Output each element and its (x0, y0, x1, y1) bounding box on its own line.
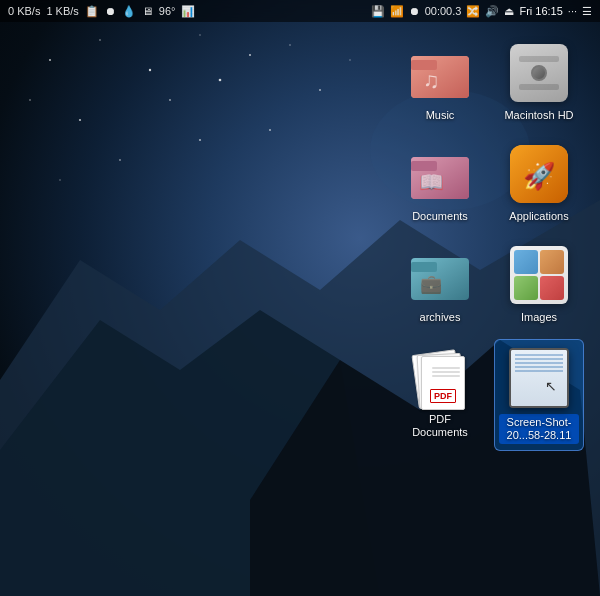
more-icon[interactable]: ··· (568, 5, 577, 17)
apps-graphic: 🚀 (510, 145, 568, 203)
img-cell-4 (540, 276, 564, 300)
clipboard-icon[interactable]: 📋 (85, 5, 99, 18)
music-folder-label: Music (426, 109, 455, 122)
pdf-documents-icon[interactable]: PDF PDF Documents (395, 339, 485, 451)
pdf-lines-top (432, 367, 460, 379)
applications-label: Applications (509, 210, 568, 223)
pdf-line-c (432, 375, 460, 377)
pdf-line-a (432, 367, 460, 369)
sc-cursor: ↖ (545, 378, 557, 394)
macintosh-hd-icon[interactable]: Macintosh HD (494, 35, 584, 128)
sc-line-4 (515, 366, 563, 368)
menu-bar: 0 KB/s 1 KB/s 📋 ⏺ 💧 🖥 96° 📊 💾 📶 ⏺ 00:00.… (0, 0, 600, 22)
screenshot-graphic: ↖ (507, 346, 571, 410)
screenshot-image: ↖ (507, 346, 571, 410)
shuffle-icon[interactable]: 🔀 (466, 5, 480, 18)
activity-icon[interactable]: 📊 (181, 5, 195, 18)
pdf-documents-label: PDF Documents (400, 413, 480, 439)
monitor-icon[interactable]: 🖥 (142, 5, 153, 17)
hd-stripe-2 (519, 84, 559, 90)
svg-text:📖: 📖 (419, 170, 444, 194)
svg-text:💼: 💼 (420, 273, 443, 295)
record-icon[interactable]: ⏺ (105, 5, 116, 17)
hd-circle (531, 65, 547, 81)
svg-text:🚀: 🚀 (523, 160, 556, 192)
svg-rect-31 (411, 262, 437, 272)
macintosh-hd-image (507, 41, 571, 105)
hd-graphic (510, 44, 568, 102)
pdf-page-3: PDF (421, 356, 465, 410)
music-folder-image: ♫ (408, 41, 472, 105)
wifi-icon[interactable]: 📶 (390, 5, 404, 18)
archives-folder-image: 💼 (408, 243, 472, 307)
eject-icon[interactable]: ⏏ (504, 5, 514, 18)
applications-icon[interactable]: 🚀 Applications (494, 136, 584, 229)
disk-icon: 💾 (371, 5, 385, 18)
pdf-documents-image: PDF (408, 345, 472, 409)
documents-folder-icon[interactable]: 📖 Documents (395, 136, 485, 229)
sc-line-1 (515, 354, 563, 356)
droplet-icon: 💧 (122, 5, 136, 18)
archives-folder-icon[interactable]: 💼 archives (395, 237, 485, 330)
images-graphic (510, 246, 568, 304)
menu-bar-left: 0 KB/s 1 KB/s 📋 ⏺ 💧 🖥 96° 📊 (8, 5, 195, 18)
documents-folder-label: Documents (412, 210, 468, 223)
music-folder-icon[interactable]: ♫ Music (395, 35, 485, 128)
screenshot-frame: ↖ (509, 348, 569, 408)
svg-rect-26 (411, 161, 437, 171)
temp-display: 96° (159, 5, 176, 17)
hd-stripe-1 (519, 56, 559, 62)
clock-display: Fri 16:15 (519, 5, 562, 17)
svg-text:♫: ♫ (423, 68, 440, 93)
archives-folder-label: archives (420, 311, 461, 324)
record-dot[interactable]: ⏺ (409, 5, 420, 17)
images-icon[interactable]: Images (494, 237, 584, 330)
applications-image: 🚀 (507, 142, 571, 206)
img-cell-2 (540, 250, 564, 274)
screenshot-icon[interactable]: ↖ Screen-Shot-20...58-28.11 (494, 339, 584, 451)
timer-display: 00:00.3 (425, 5, 462, 17)
pdf-line-b (432, 371, 460, 373)
network-down: 1 KB/s (46, 5, 78, 17)
images-label: Images (521, 311, 557, 324)
img-cell-1 (514, 250, 538, 274)
images-image (507, 243, 571, 307)
menu-bar-right: 💾 📶 ⏺ 00:00.3 🔀 🔊 ⏏ Fri 16:15 ··· ☰ (371, 5, 592, 18)
desktop-icons-area: ♫ Music Macintosh HD (390, 30, 590, 456)
screenshot-content: ↖ (511, 350, 567, 406)
pdf-label-text: PDF (430, 389, 456, 403)
screenshot-label: Screen-Shot-20...58-28.11 (499, 414, 579, 444)
volume-icon[interactable]: 🔊 (485, 5, 499, 18)
menu-list-icon[interactable]: ☰ (582, 5, 592, 18)
sc-line-3 (515, 362, 563, 364)
macintosh-hd-label: Macintosh HD (504, 109, 573, 122)
network-up: 0 KB/s (8, 5, 40, 17)
img-cell-3 (514, 276, 538, 300)
pdf-graphic: PDF (411, 348, 469, 406)
pdf-stack: PDF (415, 352, 465, 406)
sc-line-2 (515, 358, 563, 360)
documents-folder-image: 📖 (408, 142, 472, 206)
sc-line-5 (515, 370, 563, 372)
